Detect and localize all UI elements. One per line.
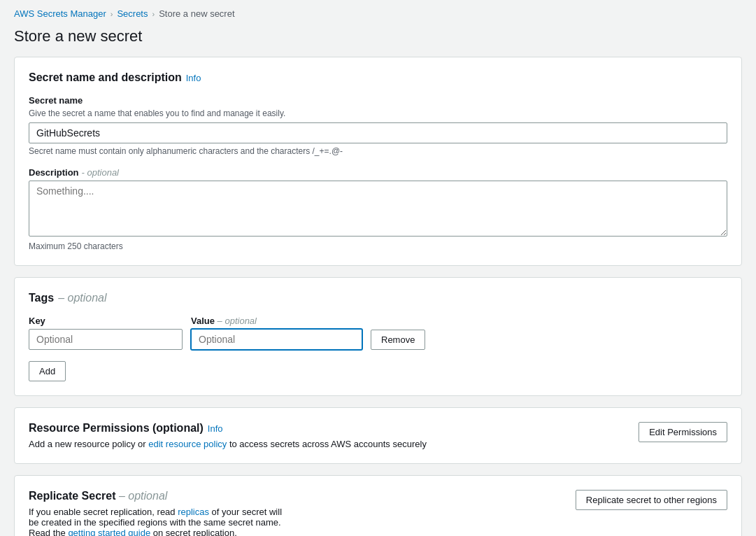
tags-row: Key Value – optional Remove	[29, 316, 727, 350]
tag-key-label: Key	[29, 316, 183, 326]
resource-permissions-text: Resource Permissions (optional) Info Add…	[29, 422, 427, 449]
replicate-secret-section: Replicate Secret – optional If you enabl…	[14, 475, 742, 536]
resource-permissions-info-link[interactable]: Info	[208, 423, 223, 434]
replicate-secret-desc: If you enable secret replication, read r…	[29, 507, 294, 536]
tag-value-label: Value – optional	[191, 316, 362, 326]
tag-add-button[interactable]: Add	[29, 361, 66, 381]
replicate-secret-optional: – optional	[119, 490, 167, 502]
replicate-secret-content: Replicate Secret – optional If you enabl…	[29, 490, 727, 536]
description-label: Description - optional	[29, 167, 727, 178]
chevron-icon-1: ›	[110, 10, 113, 18]
chevron-icon-2: ›	[152, 10, 155, 18]
breadcrumb-aws-secrets-manager[interactable]: AWS Secrets Manager	[14, 8, 106, 19]
replicate-secret-button[interactable]: Replicate secret to other regions	[576, 490, 727, 510]
tag-remove-button[interactable]: Remove	[371, 330, 425, 350]
breadcrumb-current: Store a new secret	[159, 8, 234, 19]
tags-title: Tags – optional	[29, 292, 727, 304]
tag-value-optional: – optional	[217, 316, 257, 326]
tag-key-input[interactable]	[29, 329, 183, 350]
edit-permissions-button[interactable]: Edit Permissions	[639, 422, 727, 442]
secret-name-input[interactable]	[29, 122, 727, 143]
description-optional-label: - optional	[82, 167, 119, 178]
replicate-secret-title: Replicate Secret – optional	[29, 490, 294, 502]
replicate-secret-text: Replicate Secret – optional If you enabl…	[29, 490, 294, 536]
edit-resource-policy-link[interactable]: edit resource policy	[148, 439, 227, 449]
secret-name-description-section: Secret name and description Info Secret …	[14, 57, 742, 266]
resource-permissions-desc: Add a new resource policy or edit resour…	[29, 439, 427, 449]
breadcrumb-secrets[interactable]: Secrets	[117, 8, 148, 19]
secret-name-hint: Give the secret a name that enables you …	[29, 108, 727, 118]
getting-started-guide-link[interactable]: getting started guide	[68, 528, 150, 536]
tag-value-field: Value – optional	[191, 316, 362, 350]
description-field: Description - optional Maximum 250 chara…	[29, 167, 727, 251]
tags-optional-label: – optional	[58, 292, 106, 304]
replicas-link[interactable]: replicas	[178, 507, 209, 517]
description-input[interactable]	[29, 181, 727, 237]
breadcrumb: AWS Secrets Manager › Secrets › Store a …	[0, 0, 756, 24]
secret-name-constraint: Secret name must contain only alphanumer…	[29, 146, 727, 156]
tags-section: Tags – optional Key Value – optional Rem…	[14, 277, 742, 396]
secret-name-info-link[interactable]: Info	[186, 73, 201, 83]
page-title: Store a new secret	[0, 24, 756, 57]
resource-permissions-content: Resource Permissions (optional) Info Add…	[29, 422, 727, 449]
resource-permissions-title: Resource Permissions (optional) Info	[29, 422, 427, 435]
tag-key-field: Key	[29, 316, 183, 350]
section-title-name-desc: Secret name and description Info	[29, 71, 727, 84]
tag-value-input[interactable]	[191, 329, 362, 350]
resource-permissions-section: Resource Permissions (optional) Info Add…	[14, 407, 742, 464]
secret-name-label: Secret name	[29, 95, 727, 106]
secret-name-field: Secret name Give the secret a name that …	[29, 95, 727, 156]
description-max-chars: Maximum 250 characters	[29, 241, 727, 251]
